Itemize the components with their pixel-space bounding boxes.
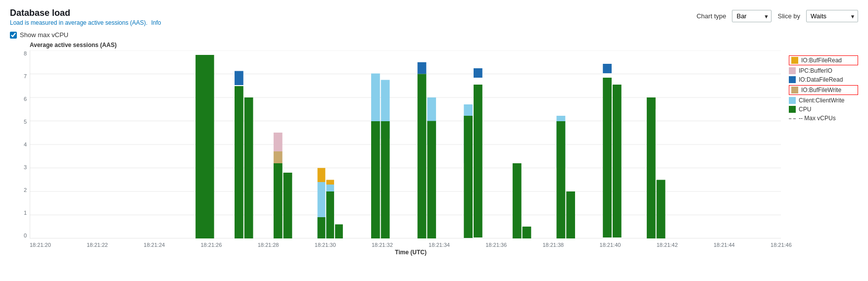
bar-segment-cpu (235, 86, 243, 238)
legend-item-max-vcpus: -- Max vCPUs (789, 115, 858, 122)
chart-and-legend-row: IO:BufFileRead IPC:BufferIO IO:DataFileR… (30, 50, 858, 240)
y-label-1: 1 (24, 210, 27, 216)
svg-chart-container (30, 50, 781, 240)
bar-segment-cpu (603, 78, 612, 237)
bar-segment-cpu (371, 121, 380, 238)
bar-segment-ipc (274, 133, 283, 151)
x-label-18-21-34: 18:21:34 (429, 242, 450, 248)
bar-segment-cpu (284, 173, 292, 238)
bar-segment-cpu (381, 121, 390, 238)
legend-dashed-max-vcpus (789, 118, 796, 119)
page-container: Database load Load is measured in averag… (0, 0, 868, 281)
chart-type-label: Chart type (696, 12, 726, 20)
x-label-18-21-44: 18:21:44 (714, 242, 735, 248)
y-label-4: 4 (24, 141, 27, 147)
info-link[interactable]: Info (151, 19, 161, 26)
bar-segment-cpu (523, 227, 531, 238)
bar-segment-cpu (557, 121, 566, 238)
show-max-vcpu-label: Show max vCPU (20, 31, 68, 39)
bar-segment-iodfr (235, 71, 243, 86)
x-axis-container: 18:21:20 18:21:22 18:21:24 18:21:26 18:2… (30, 240, 858, 256)
y-axis-title: Average active sessions (AAS) (30, 42, 858, 48)
legend-item-client-client-write: Client:ClientWrite (789, 97, 858, 104)
slice-by-select[interactable]: Waits SQL Users Hosts Applications (806, 10, 858, 22)
bar-segment-cpu (427, 121, 436, 239)
y-label-0: 0 (24, 233, 27, 238)
x-axis-title: Time (UTC) (30, 249, 792, 256)
bar-segment-cpu (613, 85, 622, 237)
bar-segment-cpu (195, 55, 214, 238)
bar-segment-cpu (274, 163, 283, 238)
bar-segment-cpu (244, 97, 253, 238)
bar-segment-cpu (513, 163, 522, 238)
legend-label-client-client-write: Client:ClientWrite (799, 97, 844, 104)
x-label-18-21-28: 18:21:28 (258, 242, 279, 248)
legend-item-cpu: CPU (789, 106, 858, 113)
subtitle-text: Load is measured in average active sessi… (10, 19, 147, 26)
slice-by-select-wrapper: Waits SQL Users Hosts Applications ▼ (806, 10, 858, 22)
x-label-18-21-22: 18:21:22 (87, 242, 108, 248)
legend-color-io-data-file-read (789, 76, 796, 83)
chart-type-select-wrapper: Bar Line ▼ (732, 10, 772, 22)
chart-plus-legend: IO:BufFileRead IPC:BufferIO IO:DataFileR… (30, 50, 858, 256)
legend-item-ipc-buffer-io: IPC:BufferIO (789, 67, 858, 74)
legend-label-ipc-buffer-io: IPC:BufferIO (799, 67, 832, 74)
x-label-18-21-40: 18:21:40 (600, 242, 621, 248)
header-controls: Chart type Bar Line ▼ Slice by Waits SQL… (696, 10, 858, 22)
bar-segment-ibfr (326, 180, 334, 185)
legend-label-io-data-file-read: IO:DataFileRead (799, 76, 843, 83)
x-label-18-21-24: 18:21:24 (144, 242, 165, 248)
chart-area: Average active sessions (AAS) 8 7 6 5 4 … (10, 42, 858, 256)
bar-segment-iodfr (418, 62, 427, 74)
chart-type-select[interactable]: Bar Line (732, 10, 772, 22)
legend-item-io-data-file-read: IO:DataFileRead (789, 76, 858, 83)
bar-segment-cpu (647, 97, 656, 238)
bar-segment-cpu (418, 74, 427, 239)
show-max-vcpu-checkbox[interactable] (10, 32, 17, 39)
y-axis: 8 7 6 5 4 3 2 1 0 (10, 50, 30, 238)
legend-color-cpu (789, 106, 796, 113)
legend-label-max-vcpus: -- Max vCPUs (799, 115, 836, 122)
bar-segment-cpu (474, 85, 482, 237)
x-axis-labels: 18:21:20 18:21:22 18:21:24 18:21:26 18:2… (30, 242, 792, 248)
chart-legend: IO:BufFileRead IPC:BufferIO IO:DataFileR… (789, 50, 858, 240)
y-label-3: 3 (24, 164, 27, 170)
main-chart-svg (30, 50, 781, 238)
slice-by-label: Slice by (777, 12, 800, 20)
x-label-18-21-26: 18:21:26 (200, 242, 222, 248)
show-max-vcpu-row: Show max vCPU (10, 31, 858, 39)
legend-item-io-buf-file-read: IO:BufFileRead (789, 55, 858, 65)
chart-wrapper: 8 7 6 5 4 3 2 1 0 (10, 50, 858, 256)
y-label-8: 8 (24, 50, 27, 56)
bar-segment-cpu (318, 217, 326, 238)
x-label-18-21-38: 18:21:38 (542, 242, 564, 248)
legend-item-io-buf-file-write: IO:BufFileWrite (789, 85, 858, 95)
header-left: Database load Load is measured in averag… (10, 8, 161, 26)
legend-color-ipc-buffer-io (789, 67, 796, 74)
x-label-18-21-42: 18:21:42 (657, 242, 678, 248)
bar-segment-cpu (657, 180, 666, 239)
bar-segment-cpu (464, 116, 473, 238)
bar-segment-cpu (326, 191, 334, 238)
x-label-18-21-30: 18:21:30 (315, 242, 336, 248)
legend-color-io-buf-file-read (791, 57, 798, 64)
bar-segment-ibfr (318, 168, 326, 183)
bar-segment-iodfr (474, 68, 482, 78)
y-label-5: 5 (24, 119, 27, 125)
y-label-7: 7 (24, 73, 27, 79)
subtitle: Load is measured in average active sessi… (10, 19, 161, 26)
legend-label-cpu: CPU (799, 106, 811, 113)
page-title: Database load (10, 8, 161, 18)
legend-label-io-buf-file-write: IO:BufFileWrite (801, 87, 841, 94)
legend-label-io-buf-file-read: IO:BufFileRead (801, 57, 842, 64)
x-label-18-21-20: 18:21:20 (30, 242, 51, 248)
x-label-18-21-46: 18:21:46 (771, 242, 792, 248)
x-label-18-21-32: 18:21:32 (372, 242, 393, 248)
legend-color-client-client-write (789, 97, 796, 104)
y-label-2: 2 (24, 187, 27, 193)
y-label-6: 6 (24, 96, 27, 102)
bar-segment-cpu (335, 225, 343, 239)
legend-color-io-buf-file-write (791, 87, 798, 94)
bar-segment-cpu (566, 191, 575, 238)
bar-segment-iodfr (603, 64, 612, 73)
